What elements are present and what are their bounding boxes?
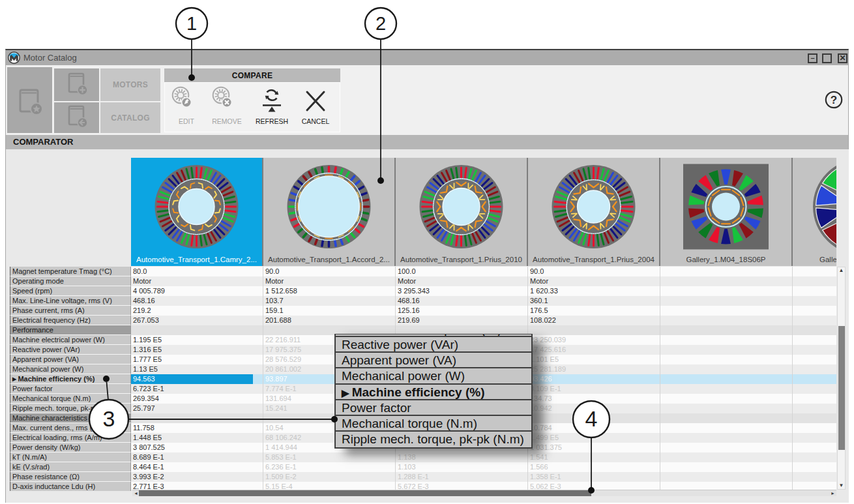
row-label[interactable]: Max. Line-Line voltage, rms (V)	[10, 296, 131, 306]
motor-column-header[interactable]: Gallery_1.M04_18S06P	[660, 158, 791, 266]
row-label[interactable]: kT (N.m/A)	[10, 452, 131, 462]
row-label[interactable]: Phase current, rms (A)	[10, 306, 131, 316]
value-cell[interactable]: 2.771 E-3	[133, 482, 164, 490]
value-cell[interactable]: Motor	[265, 276, 284, 286]
value-cell[interactable]: 1.103	[398, 462, 416, 472]
value-cell[interactable]: 80.0	[133, 267, 147, 276]
row-label[interactable]: Magnet temperature Tmag (°C)	[10, 267, 131, 276]
popup-item[interactable]: ▶ Machine efficiency (%)	[336, 385, 531, 400]
value-cell[interactable]: 90.0	[265, 267, 279, 276]
cancel-button[interactable]: CANCEL	[297, 83, 334, 130]
row-label[interactable]: Operating mode	[10, 276, 131, 286]
value-cell[interactable]: 4 005.789	[133, 286, 165, 296]
tab-motors[interactable]: MOTORS	[100, 68, 160, 101]
row-label[interactable]: ▶ Machine efficiency (%)	[10, 374, 131, 384]
table-row[interactable]: 80.090.0100.090.0	[131, 267, 836, 276]
value-cell[interactable]: 25 281.189	[530, 364, 566, 374]
row-label[interactable]: Power factor	[10, 384, 131, 394]
vertical-scrollbar-thumb[interactable]	[838, 326, 845, 450]
value-cell[interactable]: 1 414.944	[265, 443, 297, 452]
value-cell[interactable]: 1 031.375	[530, 443, 562, 452]
motor-column-header[interactable]: Automotive_Transport_1.Prius_2004	[528, 158, 659, 266]
value-cell[interactable]: 10.942	[530, 404, 552, 413]
scroll-right-icon[interactable]: ►	[830, 491, 836, 496]
value-cell[interactable]: 176.5	[530, 306, 548, 316]
value-cell[interactable]: 131.694	[265, 394, 291, 404]
value-cell[interactable]: 1.195 E5	[133, 335, 162, 345]
value-cell[interactable]: 3.993 E-2	[133, 472, 164, 482]
table-row[interactable]: 8.689 E-15.853 E-11.1381.541	[131, 452, 836, 462]
popup-item[interactable]: Power factor	[336, 400, 531, 416]
value-cell[interactable]: 15.241	[265, 404, 287, 413]
value-cell[interactable]: 134.73	[530, 394, 552, 404]
value-cell[interactable]: 10.784	[530, 423, 552, 433]
value-cell[interactable]: 17 975.375	[265, 345, 301, 355]
value-cell[interactable]: 8.689 E-1	[133, 452, 164, 462]
value-cell[interactable]: 7.774 E-1	[265, 384, 297, 394]
row-label[interactable]: Phase resistance (Ω)	[10, 472, 131, 482]
value-cell[interactable]: 100.0	[398, 267, 416, 276]
value-cell[interactable]: 3 807.525	[133, 443, 165, 452]
value-cell[interactable]: 28 576.529	[265, 355, 301, 364]
table-row[interactable]: MotorMotorMotorMotor	[131, 276, 836, 286]
value-cell[interactable]: 159.1	[265, 306, 284, 316]
row-label[interactable]: Power density (W/kg)	[10, 443, 131, 452]
value-cell[interactable]: 468.16	[398, 296, 420, 306]
value-cell[interactable]: 5.853 E-1	[265, 452, 297, 462]
value-cell[interactable]: 5.15 E-4	[265, 482, 293, 490]
section-row-label[interactable]: Performance	[10, 325, 131, 335]
import-motor-button[interactable]	[54, 102, 99, 133]
value-cell[interactable]: 1.316 E5	[133, 345, 162, 355]
value-cell[interactable]: 1.566	[530, 462, 548, 472]
refresh-button[interactable]: REFRESH	[253, 83, 291, 130]
table-row[interactable]: 3.993 E-21.509 E-21.288 E-11.358 E-1	[131, 472, 836, 482]
value-cell[interactable]: 94.563	[133, 374, 155, 384]
scroll-up-icon[interactable]: ▲	[838, 268, 845, 273]
value-cell[interactable]: Motor	[530, 276, 548, 286]
row-label[interactable]: Speed (rpm)	[10, 286, 131, 296]
new-catalog-button[interactable]	[7, 67, 52, 133]
horizontal-scrollbar-thumb[interactable]	[139, 490, 591, 496]
value-cell[interactable]: 5.672 E-3	[398, 482, 429, 490]
value-cell[interactable]: 1.448 E5	[133, 433, 162, 443]
row-label[interactable]: Mechanical power (W)	[10, 364, 131, 374]
value-cell[interactable]: 1 620.33	[530, 286, 558, 296]
edit-button[interactable]: EDIT	[168, 83, 205, 130]
minimize-button[interactable]: –	[808, 53, 817, 63]
value-cell[interactable]: 8.464 E-1	[133, 462, 164, 472]
remove-button[interactable]: REMOVE	[208, 83, 246, 130]
table-row[interactable]: 4 005.7891 512.6583 295.3431 620.33	[131, 286, 836, 296]
title-bar[interactable]	[5, 50, 849, 65]
value-cell[interactable]: 6.723 E-1	[133, 384, 164, 394]
table-row[interactable]: 2.771 E-35.15 E-45.672 E-35.062 E-3	[131, 482, 836, 490]
value-cell[interactable]: 103.7	[265, 296, 284, 306]
value-cell[interactable]: 93.426	[530, 374, 552, 384]
maximize-button[interactable]	[822, 53, 832, 63]
value-cell[interactable]: 8.109 E-1	[530, 384, 561, 394]
value-cell[interactable]: Motor	[133, 276, 151, 286]
value-cell[interactable]: 269.354	[133, 394, 159, 404]
scroll-left-icon[interactable]: ◄	[133, 491, 139, 496]
table-row[interactable]: 8.464 E-16.236 E-11.1031.566	[131, 462, 836, 472]
table-row[interactable]: 219.2159.1125.16176.5	[131, 306, 836, 316]
table-row[interactable]: 267.053201.688219.69108.022	[131, 316, 836, 325]
value-cell[interactable]: 1.358 E-1	[530, 472, 561, 482]
value-cell[interactable]: Motor	[398, 276, 416, 286]
value-cell[interactable]: 1.777 E5	[133, 355, 162, 364]
tab-catalog[interactable]: CATALOG	[100, 102, 160, 133]
value-cell[interactable]: 108.022	[530, 316, 556, 325]
close-button[interactable]: ✕	[838, 53, 847, 63]
table-row[interactable]: 468.16103.7468.16360.1	[131, 296, 836, 306]
motor-column-header[interactable]: Automotive_Transport_1.Accord_2...	[263, 158, 394, 266]
popup-item[interactable]: Mechanical torque (N.m)	[336, 416, 531, 432]
value-cell[interactable]: 219.2	[133, 306, 151, 316]
value-cell[interactable]: 1.13 E5	[133, 364, 158, 374]
value-cell[interactable]: 93.897	[265, 374, 287, 384]
section-row-label[interactable]: Machine characteristics	[10, 413, 131, 423]
value-cell[interactable]: 11.758	[133, 423, 155, 433]
row-label[interactable]: Ripple mech. torque, pk-pk (N.m)	[10, 404, 131, 413]
value-cell[interactable]: 1.288 E-1	[398, 472, 429, 482]
help-button[interactable]: ?	[825, 91, 843, 109]
row-label[interactable]: Machine electrical power (W)	[10, 335, 131, 345]
motor-column-header[interactable]: Galle	[793, 158, 836, 266]
